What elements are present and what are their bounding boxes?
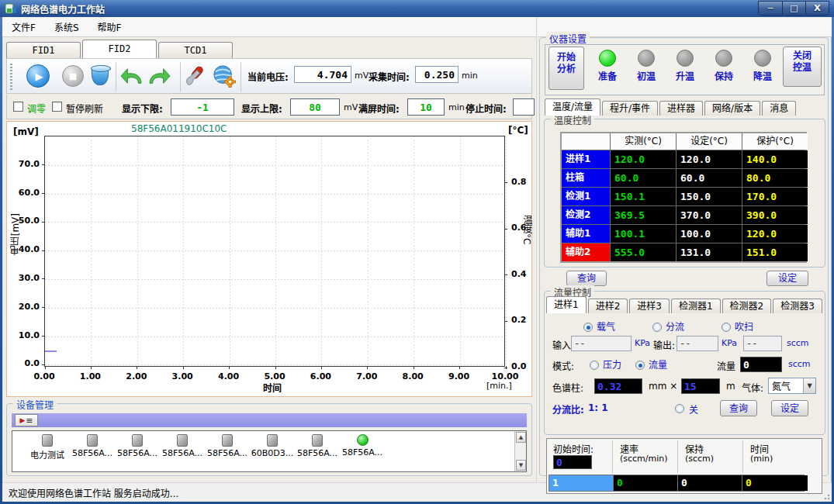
x-tick-label: 7.00	[356, 371, 377, 381]
input-pressure-field[interactable]	[571, 336, 632, 351]
tab-messages[interactable]: 消息	[762, 101, 796, 116]
tab-fid2[interactable]: FID2	[82, 40, 157, 58]
radio-carrier-gas[interactable]: 载气	[583, 319, 615, 333]
upper-limit-input[interactable]	[290, 98, 340, 116]
radio-pressure-mode[interactable]: 压力	[590, 357, 621, 371]
minimize-button[interactable]: ─	[759, 2, 782, 15]
split-off-label: 关	[689, 402, 698, 416]
flow-set-field[interactable]	[740, 357, 782, 372]
tab-network-version[interactable]: 网络/版本	[704, 101, 760, 116]
tab-inlet2[interactable]: 进样2	[588, 299, 628, 313]
device-item[interactable]: 58F56A...	[160, 434, 205, 458]
device-item[interactable]: 电力测试	[25, 434, 70, 461]
temp-row-actual: 369.5	[611, 206, 676, 224]
temp-row-set[interactable]: 131.0	[677, 243, 742, 261]
network-settings-button[interactable]	[212, 64, 237, 88]
device-item[interactable]: 60B0D3...	[250, 434, 295, 458]
clear-button[interactable]	[88, 64, 112, 88]
flow-query-button[interactable]: 查询	[720, 400, 757, 416]
device-item[interactable]: 58F56A...	[205, 434, 250, 458]
temp-set-button[interactable]: 设定	[767, 271, 808, 286]
tab-inlet1[interactable]: 进样1	[546, 296, 587, 313]
tab-temp-flow[interactable]: 温度/流量	[545, 98, 600, 116]
lower-limit-input[interactable]	[171, 98, 234, 116]
temp-query-button[interactable]: 查询	[566, 271, 607, 286]
column-diameter-field[interactable]	[594, 378, 642, 394]
close-button[interactable]: X	[805, 2, 829, 15]
flow-measure-unit: sccm	[787, 338, 809, 348]
temp-row-name: 辅助2	[562, 243, 610, 261]
undo-button[interactable]	[119, 64, 144, 88]
temp-row-set[interactable]: 100.0	[677, 225, 742, 243]
redo-button[interactable]	[147, 64, 172, 88]
device-item[interactable]: 58F56A...	[70, 434, 115, 458]
temp-row-protect[interactable]: 151.0	[742, 243, 808, 261]
fullscreen-time-input[interactable]	[407, 98, 445, 116]
signal-trace	[45, 350, 57, 352]
stop-time-input[interactable]	[513, 98, 535, 116]
maximize-button[interactable]: □	[782, 2, 805, 15]
flow-measure-field[interactable]	[743, 336, 782, 351]
flow-set-button[interactable]: 设定	[771, 400, 808, 416]
temp-row-protect[interactable]: 80.0	[742, 169, 808, 187]
tools-button[interactable]	[183, 64, 208, 88]
device-item[interactable]: 58F56A...	[115, 434, 160, 458]
tab-sampler[interactable]: 进样器	[659, 101, 703, 116]
title-bar[interactable]: 网络色谱电力工作站 ─ □ X	[0, 0, 834, 17]
device-item[interactable]: 58F56A...	[295, 434, 340, 458]
radio-purge[interactable]: 吹扫	[722, 319, 753, 333]
initial-time-field[interactable]	[553, 455, 592, 469]
temp-row-protect[interactable]: 140.0	[742, 150, 808, 168]
temp-row-set[interactable]: 370.0	[677, 206, 742, 224]
scroll-up-button[interactable]: ▲	[516, 432, 526, 443]
stop-acquisition-button[interactable]: ■	[61, 64, 85, 88]
x-tick-mark	[275, 366, 276, 369]
tab-fid1[interactable]: FID1	[6, 42, 81, 58]
radio-icon	[635, 361, 645, 370]
menu-system[interactable]: 系统S	[45, 17, 88, 36]
led-indicator	[638, 50, 655, 67]
temp-row-set[interactable]: 150.0	[677, 188, 742, 205]
tab-detector1[interactable]: 检测器1	[671, 299, 721, 313]
zero-checkbox[interactable]	[13, 102, 23, 112]
tab-program-events[interactable]: 程升/事件	[602, 101, 658, 116]
menu-file[interactable]: 文件F	[2, 17, 45, 36]
temp-table: 实测(°C)设定(°C)保护(°C)进样1120.0120.0140.0柱箱60…	[560, 132, 807, 263]
output-pressure-field[interactable]	[677, 336, 718, 351]
tab-detector3[interactable]: 检测器3	[773, 299, 822, 313]
close-temp-control-button[interactable]: 关闭控温	[783, 47, 822, 87]
device-list-button[interactable]: ▶ ≡	[15, 414, 38, 426]
plot-area[interactable]	[44, 136, 505, 367]
temp-row-name: 进样1	[562, 150, 610, 168]
temp-row-set[interactable]: 120.0	[677, 150, 742, 168]
radio-split[interactable]: 分流	[652, 319, 684, 333]
toolbar-grip[interactable]	[10, 64, 12, 90]
right-tick-label: 0.0	[511, 361, 527, 371]
device-label: 58F56A...	[115, 448, 160, 458]
device-list-scrollbar[interactable]: ▲ ▼	[514, 431, 526, 471]
tab-detector2[interactable]: 检测器2	[722, 299, 772, 313]
channel-tab-strip: FID1FID2TCD1	[6, 40, 234, 58]
temp-row-protect[interactable]: 170.0	[742, 188, 808, 205]
tab-tcd1[interactable]: TCD1	[158, 42, 233, 58]
menu-help[interactable]: 帮助F	[88, 17, 131, 36]
temp-row-set[interactable]: 60.0	[677, 169, 742, 187]
x-tick-label: 9.00	[448, 371, 469, 381]
instrument-settings-group: 仪器设置 开始分析 准备初温升温保持降温 关闭控温 温度/流量程升/事件进样器网…	[539, 37, 829, 476]
ramp-data-row[interactable]: 1 0 0 0	[549, 475, 805, 492]
scroll-down-button[interactable]: ▼	[516, 460, 526, 471]
resize-grip[interactable]	[822, 492, 830, 500]
temp-row-protect[interactable]: 120.0	[742, 225, 808, 243]
start-acquisition-button[interactable]: ▶	[26, 64, 50, 88]
temp-row-protect[interactable]: 390.0	[742, 206, 808, 224]
column-length-field[interactable]	[681, 378, 720, 394]
y-tick-label: 40.0	[9, 244, 40, 254]
gas-dropdown[interactable]: 氮气 ▼	[768, 378, 816, 394]
radio-flow-mode[interactable]: 流量	[635, 357, 667, 371]
device-item[interactable]: 58F56A...	[340, 434, 385, 457]
split-off-radio[interactable]	[675, 404, 684, 413]
tab-inlet3[interactable]: 进样3	[629, 299, 670, 313]
y-tick-label: 10.0	[9, 330, 40, 340]
pause-refresh-checkbox[interactable]	[52, 102, 62, 112]
start-analysis-button[interactable]: 开始分析	[549, 47, 584, 90]
